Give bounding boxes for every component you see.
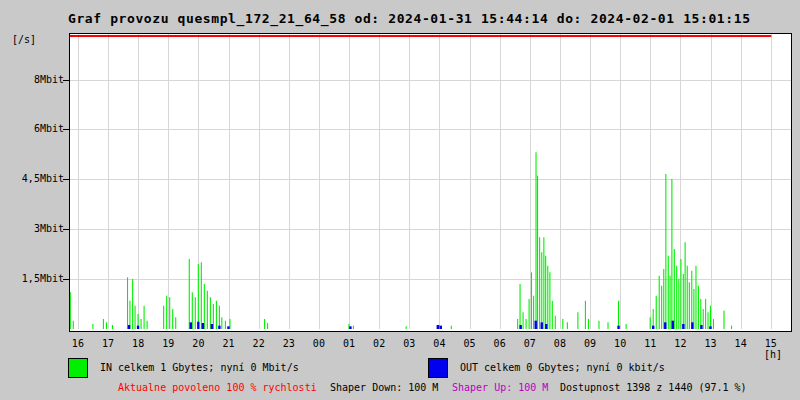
x-tick-label: 14 [730, 338, 752, 349]
x-tick-label: 17 [97, 338, 119, 349]
y-tick-mark [63, 80, 69, 81]
y-tick-mark [63, 179, 69, 180]
traffic-graph-page: Graf provozu quesmpl_172_21_64_58 od: 20… [0, 0, 800, 400]
traffic-chart-svg [70, 34, 791, 331]
x-tick-label: 06 [489, 338, 511, 349]
legend-row: IN celkem 1 Gbytes; nyní 0 Mbit/s OUT ce… [0, 358, 800, 378]
y-tick-label: 1,5Mbit [8, 273, 64, 285]
shaper-up-text: Shaper Up: 100 M [452, 382, 548, 393]
y-tick-mark [63, 229, 69, 230]
y-tick-mark [63, 129, 69, 130]
x-tick-label: 19 [157, 338, 179, 349]
in-legend-swatch [68, 358, 88, 378]
x-tick-label: 20 [187, 338, 209, 349]
out-legend-label: OUT celkem 0 Gbytes; nyní 0 kbit/s [460, 362, 665, 373]
x-tick-label: 21 [218, 338, 240, 349]
graph-title: Graf provozu quesmpl_172_21_64_58 od: 20… [68, 11, 751, 26]
x-tick-label: 12 [669, 338, 691, 349]
x-tick-label: 18 [127, 338, 149, 349]
plot-area [69, 33, 792, 332]
x-tick-label: 15 [760, 338, 782, 349]
x-tick-label: 03 [398, 338, 420, 349]
allowed-speed-text: Aktualne povoleno 100 % rychlosti [118, 382, 317, 393]
y-tick-label: 4,5Mbit [8, 173, 64, 185]
x-tick-label: 08 [549, 338, 571, 349]
shaper-down-text: Shaper Down: 100 M [330, 382, 438, 393]
in-legend-label: IN celkem 1 Gbytes; nyní 0 Mbit/s [100, 362, 299, 373]
x-tick-label: 05 [459, 338, 481, 349]
y-tick-label: 3Mbit [8, 223, 64, 235]
x-tick-label: 16 [67, 338, 89, 349]
availability-text: Dostupnost 1398 z 1440 (97.1 %) [560, 382, 747, 393]
x-tick-label: 09 [579, 338, 601, 349]
x-tick-label: 00 [308, 338, 330, 349]
x-tick-label: 04 [428, 338, 450, 349]
x-tick-label: 11 [639, 338, 661, 349]
y-tick-label: 6Mbit [8, 123, 64, 135]
x-tick-label: 10 [609, 338, 631, 349]
y-tick-mark [63, 279, 69, 280]
y-axis-unit-label: [/s] [12, 34, 36, 45]
y-tick-label: 8Mbit [8, 74, 64, 86]
x-tick-label: 13 [700, 338, 722, 349]
x-tick-label: 02 [368, 338, 390, 349]
x-tick-label: 07 [519, 338, 541, 349]
x-tick-label: 01 [338, 338, 360, 349]
out-legend-swatch [428, 358, 448, 378]
x-tick-label: 22 [248, 338, 270, 349]
x-tick-label: 23 [278, 338, 300, 349]
in-series-spikes [70, 152, 731, 329]
